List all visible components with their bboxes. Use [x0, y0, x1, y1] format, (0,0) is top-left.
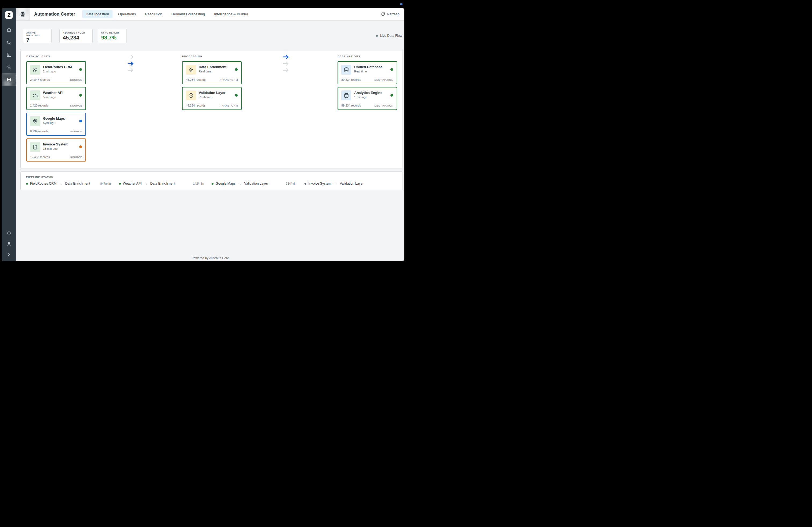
pipeline-status-title: PIPELINE STATUS — [26, 176, 397, 178]
tab-operations[interactable]: Operations — [115, 10, 139, 18]
card-role: SOURCE — [70, 104, 82, 107]
brand-logo[interactable]: Z — [5, 11, 13, 19]
card-footer: 45,234 records TRANSFORM — [186, 104, 238, 107]
card-icon-tile — [30, 142, 40, 152]
source-card-invoice-system[interactable]: Invoice System 15 min ago 12,453 records… — [26, 138, 86, 162]
flow-to: Validation Layer — [244, 182, 268, 185]
card-top: Weather API 5 min ago — [30, 90, 82, 100]
tab-resolution[interactable]: Resolution — [142, 10, 166, 18]
card-role: DESTINATION — [374, 104, 393, 107]
header: Automation Center Data Ingestion Operati… — [16, 8, 404, 21]
card-name: Invoice System — [43, 142, 69, 146]
sidebar-nav-bottom — [2, 228, 16, 261]
card-records: 45,234 records — [186, 104, 205, 107]
sidebar-item-automation[interactable] — [2, 73, 16, 86]
sidebar: Z — [2, 8, 16, 261]
sidebar-item-search[interactable] — [2, 36, 16, 48]
status-dot-green — [235, 68, 238, 71]
cloud-icon — [32, 93, 38, 98]
flow-arrow-icon — [127, 54, 134, 60]
flow-to: Data Enrichment — [150, 182, 175, 185]
flow-arrow-icon-active — [127, 61, 134, 66]
stat-records-per-hour: RECORDS / HOUR 45,234 — [59, 29, 93, 43]
chevron-right-icon — [7, 252, 11, 257]
card-name: Validation Layer — [199, 91, 226, 95]
card-text: Invoice System 15 min ago — [43, 142, 69, 152]
card-records: 8,934 records — [30, 130, 48, 133]
card-icon-tile — [341, 65, 351, 75]
status-dot-green — [212, 183, 214, 185]
tab-demand-forecasting[interactable]: Demand Forecasting — [168, 10, 208, 18]
bell-icon — [6, 230, 12, 236]
card-icon-tile — [186, 65, 196, 75]
card-top: Analytics Engine 1 min ago — [341, 90, 393, 100]
flow-arrow-icon — [127, 67, 134, 73]
flow-rate: 142/min — [193, 182, 204, 185]
sidebar-item-analytics[interactable] — [2, 48, 16, 61]
refresh-icon — [381, 12, 385, 16]
refresh-button[interactable]: Refresh — [381, 12, 400, 16]
map-pin-icon — [32, 119, 38, 124]
pipeline-status-row: FieldRoutes CRM → Data Enrichment 847/mi… — [26, 182, 397, 185]
main-content: ACTIVE PIPELINES 7 RECORDS / HOUR 45,234… — [16, 21, 404, 261]
tab-data-ingestion[interactable]: Data Ingestion — [82, 10, 113, 18]
source-card-google-maps[interactable]: Google Maps Syncing... 8,934 records SOU… — [26, 113, 86, 136]
status-dot-green — [79, 94, 82, 96]
flow-arrow-glyph: → — [144, 182, 148, 185]
processing-card-validation-layer[interactable]: Validation Layer Real-time 45,234 record… — [182, 87, 242, 110]
home-icon — [6, 28, 12, 33]
status-dot-green — [235, 94, 238, 96]
card-role: TRANSFORM — [220, 104, 238, 107]
processing-card-data-enrichment[interactable]: Data Enrichment Real-time 45,234 records… — [182, 61, 242, 84]
stat-active-pipelines: ACTIVE PIPELINES 7 — [23, 29, 52, 43]
card-meta: Real-time — [354, 70, 382, 73]
flow-arrow-icon — [282, 67, 289, 73]
card-meta: Syncing... — [43, 121, 65, 124]
pipeline-flow-item: Google Maps → Validation Layer 234/min — [212, 182, 305, 185]
pipeline-flow-item: Invoice System → Validation Layer — [305, 182, 397, 185]
flow-arrow-icon-active — [282, 54, 289, 60]
card-name: Unified Database — [354, 65, 382, 69]
sidebar-item-notifications[interactable] — [2, 228, 16, 238]
card-footer: 24,847 records SOURCE — [30, 78, 82, 81]
card-role: SOURCE — [70, 78, 82, 81]
card-icon-tile — [341, 90, 351, 100]
check-circle-icon — [188, 93, 193, 98]
zap-icon — [188, 67, 193, 73]
card-name: Data Enrichment — [199, 65, 226, 69]
sidebar-expand[interactable] — [2, 249, 16, 260]
brand-logo-letter: Z — [8, 12, 11, 18]
source-card-weather-api[interactable]: Weather API 5 min ago 1,420 records SOUR… — [26, 87, 86, 110]
card-meta: 5 min ago — [43, 95, 63, 99]
sidebar-nav — [2, 24, 16, 86]
destination-card-analytics-engine[interactable]: Analytics Engine 1 min ago 89,234 record… — [337, 87, 397, 110]
card-name: FieldRoutes CRM — [43, 65, 72, 69]
card-role: SOURCE — [70, 130, 82, 133]
card-meta: 1 min ago — [354, 95, 382, 99]
card-text: Data Enrichment Real-time — [199, 65, 226, 75]
flow-arrow-glyph: → — [238, 182, 242, 185]
source-card-fieldroutes-crm[interactable]: FieldRoutes CRM 2 min ago 24,847 records… — [26, 61, 86, 84]
sidebar-item-profile[interactable] — [2, 238, 16, 249]
sidebar-item-home[interactable] — [2, 24, 16, 36]
stat-sync-health: SYNC HEALTH 98.7% — [98, 29, 127, 43]
app-window: Z — [2, 8, 404, 261]
sidebar-item-billing[interactable] — [2, 61, 16, 73]
card-footer: 12,453 records SOURCE — [30, 155, 82, 159]
card-footer: 1,420 records SOURCE — [30, 104, 82, 107]
card-meta: 15 min ago — [43, 147, 69, 150]
card-footer: 89,234 records DESTINATION — [341, 78, 393, 81]
status-dot-green — [390, 94, 393, 96]
destination-card-unified-database[interactable]: Unified Database Real-time 89,234 record… — [337, 61, 397, 84]
flow-to: Validation Layer — [340, 182, 364, 185]
header-module-section[interactable] — [16, 8, 30, 20]
card-text: Analytics Engine 1 min ago — [354, 90, 382, 100]
flow-arrow-glyph: → — [59, 182, 63, 185]
tab-intelligence-builder[interactable]: Intelligence & Builder — [211, 10, 251, 18]
card-top: Validation Layer Real-time — [186, 90, 238, 100]
status-dot-green — [26, 183, 28, 185]
tab-bar: Data Ingestion Operations Resolution Dem… — [82, 10, 251, 18]
card-text: Validation Layer Real-time — [199, 90, 226, 100]
status-dot-slate — [305, 183, 306, 185]
card-text: Unified Database Real-time — [354, 65, 382, 75]
